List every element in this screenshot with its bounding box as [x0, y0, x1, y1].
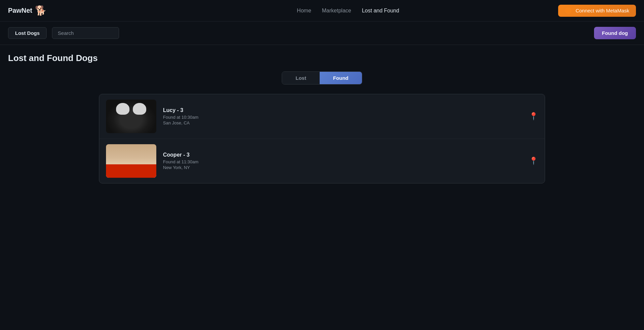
listings-container: Lucy - 3 Found at 10:30am San Jose, CA 📍…	[99, 94, 545, 183]
brand[interactable]: PawNet 🐕	[8, 5, 47, 16]
search-input[interactable]	[52, 27, 119, 39]
listing-time-lucy: Found at 10:30am	[163, 115, 522, 120]
listing-time-cooper: Found at 11:30am	[163, 159, 522, 164]
metamask-icon	[565, 7, 572, 14]
listing-pin-lucy: 📍	[529, 112, 538, 121]
listing-info-cooper: Cooper - 3 Found at 11:30am New York, NY	[163, 152, 522, 170]
toolbar: Lost Dogs Found dog	[0, 21, 644, 45]
found-dog-button[interactable]: Found dog	[594, 27, 636, 39]
metamask-button[interactable]: Connect with MetaMask	[558, 5, 636, 17]
listing-image-cooper	[106, 144, 156, 178]
toggle-lost[interactable]: Lost	[282, 72, 320, 84]
toggle-found[interactable]: Found	[320, 72, 362, 84]
toggle-container: Lost Found	[8, 71, 636, 85]
nav-home[interactable]: Home	[297, 8, 311, 14]
nav-marketplace[interactable]: Marketplace	[322, 8, 351, 14]
brand-name: PawNet	[8, 7, 32, 14]
main-content: Lost and Found Dogs Lost Found Lucy - 3 …	[0, 45, 644, 191]
page-title: Lost and Found Dogs	[8, 53, 636, 63]
listing-item[interactable]: Lucy - 3 Found at 10:30am San Jose, CA 📍	[99, 94, 545, 139]
toolbar-right: Found dog	[594, 27, 636, 39]
nav-links: Home Marketplace Lost and Found	[60, 8, 636, 14]
listing-image-lucy	[106, 100, 156, 133]
brand-logo: 🐕	[35, 5, 47, 16]
navbar: PawNet 🐕 Home Marketplace Lost and Found…	[0, 0, 644, 21]
listing-location-lucy: San Jose, CA	[163, 120, 522, 125]
listing-item[interactable]: Cooper - 3 Found at 11:30am New York, NY…	[99, 139, 545, 183]
listing-info-lucy: Lucy - 3 Found at 10:30am San Jose, CA	[163, 107, 522, 125]
listing-name-lucy: Lucy - 3	[163, 107, 522, 113]
metamask-label: Connect with MetaMask	[576, 8, 629, 13]
nav-lost-and-found[interactable]: Lost and Found	[362, 8, 399, 14]
lost-dogs-tab[interactable]: Lost Dogs	[8, 27, 47, 39]
navbar-right: Connect with MetaMask	[558, 5, 636, 17]
listing-name-cooper: Cooper - 3	[163, 152, 522, 158]
listing-location-cooper: New York, NY	[163, 165, 522, 170]
listing-pin-cooper: 📍	[529, 157, 538, 165]
toggle-group: Lost Found	[282, 71, 362, 85]
